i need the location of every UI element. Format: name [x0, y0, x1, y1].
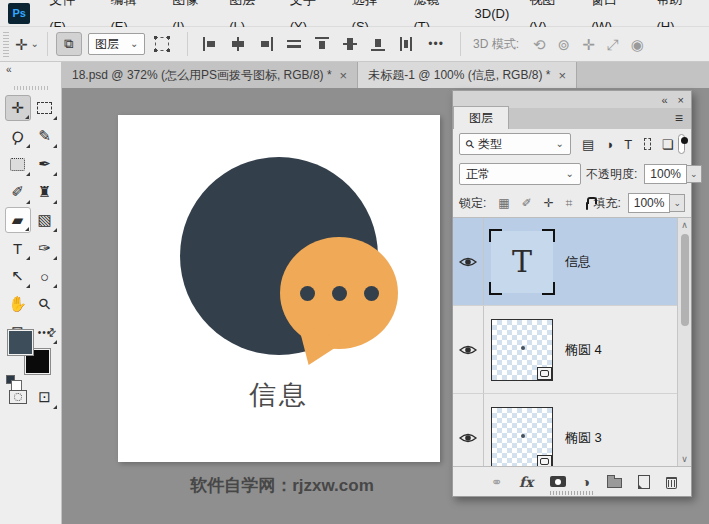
patch-tool-button[interactable]	[5, 151, 31, 177]
lock-position-icon[interactable]: ✛	[544, 196, 554, 210]
visibility-cell[interactable]	[453, 306, 484, 393]
lasso-tool-button[interactable]: Ϙ	[5, 123, 31, 149]
close-tab-icon[interactable]: ×	[340, 68, 348, 83]
distribute-horizontal-button[interactable]	[399, 37, 413, 51]
move-tool-button[interactable]: ✛	[5, 95, 31, 121]
document-canvas[interactable]: 信息	[118, 115, 440, 462]
collapse-tools-icon[interactable]: «	[6, 64, 11, 75]
lock-transparent-pixels-icon[interactable]: ▦	[498, 196, 509, 210]
document-tab-untitled1[interactable]: 未标题-1 @ 100% (信息, RGB/8) * ×	[358, 62, 577, 88]
3d-zoom-icon[interactable]: ◉	[631, 37, 644, 52]
default-colors-icon[interactable]	[6, 375, 15, 384]
filter-shape-layers-icon[interactable]	[644, 138, 651, 150]
layer-row-ellipse4[interactable]: 椭圆 4	[453, 306, 691, 394]
layers-scrollbar[interactable]: ∧ ∨	[677, 218, 691, 466]
panel-resize-grip[interactable]	[550, 491, 594, 495]
3d-roll-icon[interactable]: ⊚	[558, 37, 571, 52]
layer-name[interactable]: 椭圆 4	[565, 341, 602, 359]
lasso-icon: Ϙ	[9, 126, 26, 146]
document-tab-18psd[interactable]: 18.psd @ 372% (怎么用PS画拨号图标, RGB/8) * ×	[62, 62, 358, 88]
filter-type-layers-icon[interactable]: T	[624, 137, 632, 152]
options-bar-grip[interactable]	[3, 31, 9, 57]
3d-orbit-icon[interactable]: ⟲	[533, 37, 546, 52]
fill-value[interactable]: 100%	[628, 193, 671, 213]
filter-type-dropdown[interactable]: ⚲ 类型 ⌄	[459, 133, 571, 155]
path-selection-tool-button[interactable]: ↖	[5, 263, 31, 289]
distribute-vertical-button[interactable]	[287, 37, 301, 51]
layer-thumbnail[interactable]: T	[491, 231, 553, 293]
eraser-tool-button[interactable]: ▰	[5, 207, 31, 233]
quick-mask-button[interactable]	[5, 384, 31, 410]
quick-selection-tool-button[interactable]: ✎	[32, 123, 58, 149]
more-align-options-button[interactable]: •••	[428, 37, 444, 51]
tool-panel-grip[interactable]	[14, 86, 48, 90]
layer-row-ellipse3[interactable]: 椭圆 3	[453, 394, 691, 467]
delete-layer-icon[interactable]	[666, 475, 677, 489]
align-vertical-center-button[interactable]	[343, 37, 357, 51]
marquee-tool-button[interactable]	[32, 95, 58, 121]
filter-pixel-layers-icon[interactable]: ▤	[582, 137, 594, 152]
scroll-up-icon[interactable]: ∧	[681, 218, 688, 232]
chevron-down-icon[interactable]: ⌄	[670, 194, 685, 212]
align-left-button[interactable]	[203, 37, 217, 51]
lock-image-pixels-icon[interactable]: ✐	[522, 196, 532, 210]
link-layers-icon[interactable]: ⚭	[491, 474, 503, 490]
tab-layers[interactable]: 图层	[453, 106, 509, 129]
layer-styles-fx-icon[interactable]: fx	[519, 474, 533, 490]
scroll-down-icon[interactable]: ∨	[681, 452, 688, 466]
visibility-cell[interactable]	[453, 218, 484, 305]
eye-icon[interactable]	[459, 432, 477, 444]
screen-mode-button[interactable]: ⊡	[32, 384, 58, 410]
type-tool-button[interactable]: T	[5, 235, 31, 261]
pen-tool-button[interactable]: ✑	[32, 235, 58, 261]
3d-pan-icon[interactable]: ✛	[582, 37, 595, 52]
scrollbar-thumb[interactable]	[681, 234, 689, 326]
menu-item-3d[interactable]: 3D(D)	[465, 0, 520, 27]
layer-row-xinxi[interactable]: T 信息	[453, 218, 691, 306]
filter-adjustment-layers-icon[interactable]: ◑	[605, 137, 613, 152]
align-right-button[interactable]	[259, 37, 273, 51]
ellipse-tool-button[interactable]: ○	[32, 263, 58, 289]
new-group-icon[interactable]	[607, 475, 622, 488]
lock-artboard-icon[interactable]: ⌗	[566, 196, 573, 210]
chevron-down-icon[interactable]: ⌄	[31, 39, 39, 49]
opacity-input[interactable]: 100% ⌄	[644, 164, 701, 184]
layer-name[interactable]: 椭圆 3	[565, 429, 602, 447]
layer-thumbnail[interactable]	[491, 407, 553, 468]
3d-slide-icon[interactable]: ⤢	[607, 37, 619, 52]
close-panel-icon[interactable]: ×	[678, 94, 684, 106]
filter-smart-objects-icon[interactable]: ❏	[662, 137, 674, 152]
align-bottom-button[interactable]	[371, 37, 385, 51]
layer-thumbnail[interactable]	[491, 319, 553, 381]
eye-icon[interactable]	[459, 344, 477, 356]
chevron-down-icon[interactable]: ⌄	[687, 165, 702, 183]
align-top-button[interactable]	[315, 37, 329, 51]
visibility-cell[interactable]	[453, 394, 484, 467]
adjustment-layer-icon[interactable]: ◑	[582, 474, 590, 490]
eyedropper-tool-button[interactable]: ✒	[32, 151, 58, 177]
layer-name[interactable]: 信息	[565, 253, 591, 271]
panel-menu-icon[interactable]: ≡	[667, 110, 691, 129]
collapse-panel-icon[interactable]: «	[661, 94, 667, 106]
zoom-tool-button[interactable]: ⚲	[32, 291, 58, 317]
align-horizontal-center-button[interactable]	[231, 37, 245, 51]
hand-tool-button[interactable]: ✋	[5, 291, 31, 317]
clone-stamp-tool-button[interactable]: ♜	[32, 179, 58, 205]
paint-bucket-tool-button[interactable]: ▧	[32, 207, 58, 233]
photoshop-logo-icon[interactable]: Ps	[8, 3, 30, 24]
fill-input[interactable]: 100% ⌄	[628, 193, 685, 213]
layer-filtering-toggle[interactable]	[678, 134, 685, 154]
opacity-value[interactable]: 100%	[644, 164, 687, 184]
new-layer-icon[interactable]	[638, 475, 650, 489]
blend-mode-dropdown[interactable]: 正常 ⌄	[459, 163, 581, 185]
auto-select-target-dropdown[interactable]: 图层 ⌄	[88, 33, 145, 55]
add-layer-mask-icon[interactable]	[550, 476, 566, 487]
close-tab-icon[interactable]: ×	[558, 68, 566, 83]
eye-icon[interactable]	[459, 256, 477, 268]
brush-tool-button[interactable]: ✐	[5, 179, 31, 205]
show-transform-controls-checkbox[interactable]	[155, 37, 169, 51]
patch-icon	[10, 158, 25, 171]
lock-all-icon[interactable]	[586, 202, 589, 210]
foreground-color-swatch[interactable]	[8, 330, 33, 355]
auto-select-toggle-button[interactable]: ⧉	[56, 32, 82, 56]
